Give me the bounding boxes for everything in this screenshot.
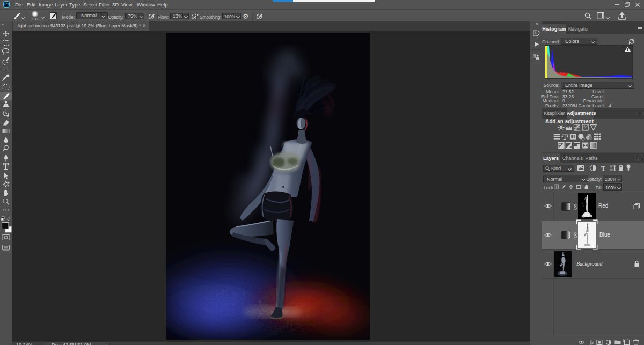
svg-text:»: » xyxy=(2,23,4,26)
svg-text:fx: fx xyxy=(590,340,594,345)
svg-text:T: T xyxy=(601,165,605,172)
